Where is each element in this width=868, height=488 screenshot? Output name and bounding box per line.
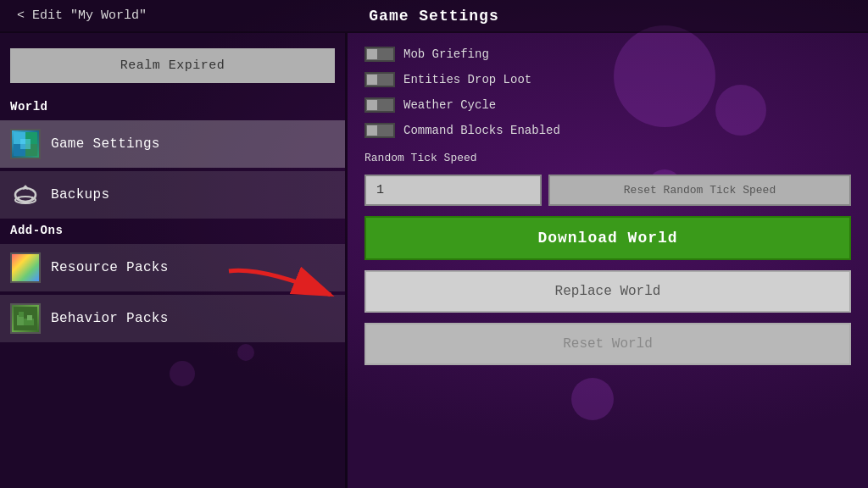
toggle-row-mob-griefing: Mob Griefing: [364, 47, 851, 62]
sidebar-item-label: Game Settings: [51, 136, 160, 152]
download-world-button[interactable]: Download World: [364, 216, 851, 260]
toggle-thumb: [367, 125, 377, 136]
tick-speed-row: Reset Random Tick Speed: [364, 175, 851, 206]
svg-rect-14: [27, 315, 32, 320]
realm-expired-button[interactable]: Realm Expired: [10, 48, 335, 83]
behavior-packs-icon: [10, 303, 41, 334]
entities-drop-loot-toggle[interactable]: [364, 72, 395, 87]
svg-rect-4: [20, 139, 31, 149]
header: < Edit "My World" Game Settings: [0, 0, 868, 33]
sidebar-item-game-settings[interactable]: Game Settings: [0, 120, 345, 168]
reset-tick-speed-button[interactable]: Reset Random Tick Speed: [548, 175, 851, 206]
back-button[interactable]: < Edit "My World": [17, 8, 147, 23]
toggle-row-entities: Entities Drop Loot: [364, 72, 851, 87]
right-panel: Mob Griefing Entities Drop Loot Weather …: [348, 33, 868, 488]
toggle-row-command-blocks: Command Blocks Enabled: [364, 123, 851, 138]
random-tick-speed-label: Random Tick Speed: [364, 152, 851, 164]
sidebar-item-resource-packs[interactable]: Resource Packs: [0, 244, 345, 291]
resource-packs-icon: [10, 252, 41, 283]
command-blocks-label: Command Blocks Enabled: [403, 124, 560, 137]
sidebar: Realm Expired World Game Settings: [0, 33, 348, 488]
command-blocks-toggle[interactable]: [364, 123, 395, 138]
toggle-thumb: [367, 49, 377, 59]
reset-world-button[interactable]: Reset World: [364, 323, 851, 365]
mob-griefing-toggle[interactable]: [364, 47, 395, 62]
replace-world-button[interactable]: Replace World: [364, 270, 851, 313]
world-section-label: World: [0, 97, 345, 119]
weather-cycle-toggle[interactable]: [364, 97, 395, 113]
weather-cycle-label: Weather Cycle: [403, 98, 496, 112]
sidebar-item-label: Behavior Packs: [51, 311, 169, 326]
backup-icon: [10, 180, 41, 210]
tick-speed-input[interactable]: [364, 175, 542, 206]
toggle-thumb: [367, 100, 377, 110]
sidebar-item-label: Resource Packs: [51, 260, 169, 275]
addons-section-label: Add-Ons: [0, 220, 345, 242]
game-settings-icon: [10, 129, 41, 159]
toggle-thumb: [367, 75, 377, 85]
body: Realm Expired World Game Settings: [0, 33, 868, 488]
svg-rect-12: [19, 312, 24, 317]
sidebar-item-label: Backups: [51, 187, 109, 202]
sidebar-item-backups[interactable]: Backups: [0, 171, 345, 219]
page-title: Game Settings: [369, 8, 498, 25]
entities-drop-loot-label: Entities Drop Loot: [403, 73, 531, 86]
toggle-row-weather: Weather Cycle: [364, 97, 851, 113]
mob-griefing-label: Mob Griefing: [403, 47, 489, 61]
sidebar-item-behavior-packs[interactable]: Behavior Packs: [0, 295, 345, 342]
